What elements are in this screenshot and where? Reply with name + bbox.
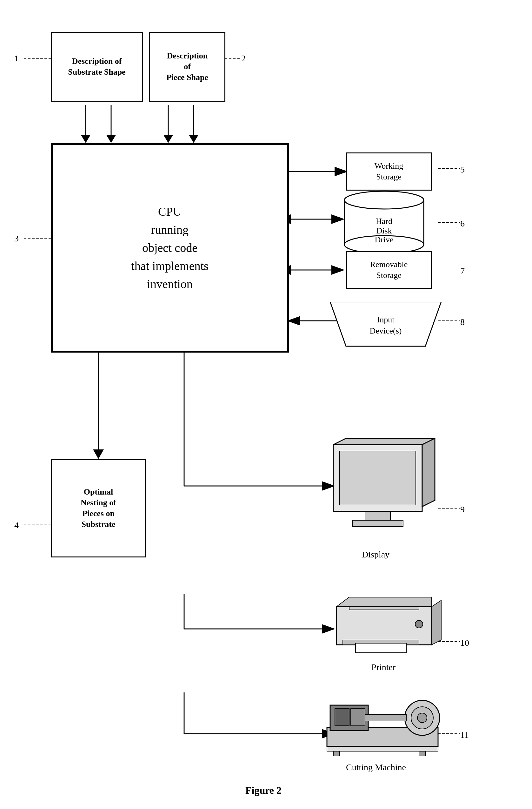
figure-caption: Figure 2 [216,785,311,796]
ref-6: 6 [460,219,465,229]
ref-3: 3 [14,234,19,244]
svg-rect-69 [327,746,438,751]
ref-1: 1 [14,53,19,64]
piece-shape-label: Description of Piece Shape [166,51,208,83]
ref-4: 4 [14,520,19,531]
svg-rect-51 [352,520,403,527]
svg-text:Hard: Hard [376,217,392,226]
ref-11: 11 [460,730,469,740]
working-storage-label: Working Storage [375,161,403,182]
svg-text:Input: Input [377,315,395,324]
svg-point-56 [415,620,423,628]
svg-text:Disk: Disk [376,226,392,235]
svg-marker-11 [106,135,116,143]
svg-rect-50 [365,511,390,521]
cutting-machine-svg [324,686,457,756]
svg-marker-58 [432,600,441,645]
ref-10: 10 [460,638,469,648]
svg-point-65 [418,713,427,723]
svg-marker-21 [93,449,104,459]
svg-marker-49 [422,438,435,506]
ref-8: 8 [460,317,465,327]
svg-marker-15 [189,135,198,143]
printer-label: Printer [371,662,395,672]
cpu-box: CPU running object code that implements … [51,143,289,352]
svg-rect-61 [335,708,349,726]
svg-point-38 [344,191,424,209]
ref-2: 2 [241,53,246,64]
svg-marker-14 [163,135,173,143]
svg-marker-48 [333,438,435,445]
substrate-shape-label: Description of Substrate Shape [68,56,125,78]
svg-rect-66 [365,715,406,721]
substrate-shape-box: Description of Substrate Shape [51,32,143,102]
svg-rect-47 [340,451,416,505]
printer-svg [330,594,444,657]
display-svg [327,438,447,540]
diagram-container: 1 Description of Substrate Shape Descrip… [0,0,532,809]
hard-disk-svg: Hard Disk Drive [336,191,438,254]
svg-rect-62 [351,708,365,726]
ref-5: 5 [460,165,465,175]
display-label: Display [362,550,389,560]
removable-storage-box: Removable Storage [346,251,432,289]
svg-text:Device(s): Device(s) [370,326,402,335]
cpu-label: CPU running object code that implements … [131,203,209,293]
piece-shape-box: Description of Piece Shape [149,32,225,102]
optimal-nesting-box: Optimal Nesting of Pieces on Substrate [51,459,146,557]
working-storage-box: Working Storage [346,153,432,191]
input-device-svg: Input Device(s) [330,302,444,352]
svg-marker-10 [81,135,90,143]
ref-7: 7 [460,266,465,276]
svg-rect-55 [355,643,406,653]
svg-marker-57 [336,597,432,607]
cutting-machine-label: Cutting Machine [346,762,406,773]
ref-9: 9 [460,504,465,515]
optimal-nesting-label: Optimal Nesting of Pieces on Substrate [81,487,116,530]
removable-storage-label: Removable Storage [370,259,408,281]
svg-text:Drive: Drive [375,235,393,244]
